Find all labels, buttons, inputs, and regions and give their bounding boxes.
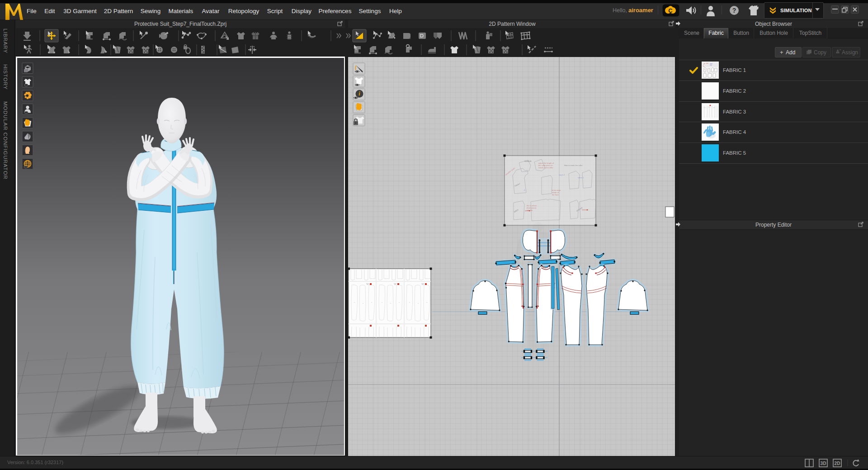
svg-text:?: ? bbox=[732, 7, 736, 14]
svg-text:the front: the front bbox=[552, 194, 559, 196]
svg-text:3D: 3D bbox=[821, 461, 826, 466]
svg-text:2D: 2D bbox=[835, 461, 840, 466]
svg-text:seam 1: seam 1 bbox=[578, 176, 584, 179]
svg-text:seam 2: seam 2 bbox=[559, 174, 565, 176]
svg-text:SLEEVE: SLEEVE bbox=[524, 160, 532, 162]
svg-text:How to make the collar: How to make the collar bbox=[564, 164, 583, 166]
svg-text:install jacket collar: install jacket collar bbox=[538, 166, 553, 169]
svg-text:C: C bbox=[668, 7, 673, 14]
